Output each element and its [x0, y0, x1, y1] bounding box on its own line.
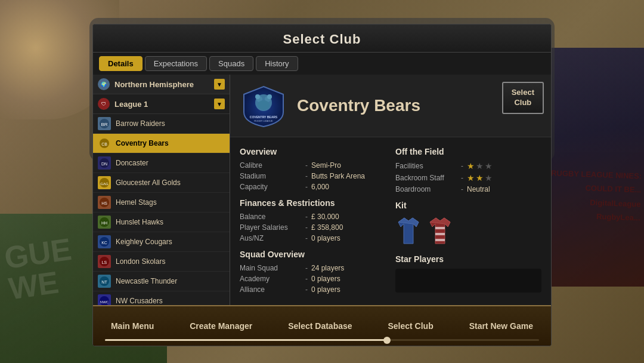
balance-label: Balance [240, 213, 305, 221]
club-badge-doncaster: DN [98, 156, 111, 170]
stadium-label: Stadium [240, 172, 305, 180]
nav-start-new-game[interactable]: Start New Game [460, 316, 543, 336]
club-item-barrow[interactable]: BR Barrow Raiders [93, 114, 230, 134]
club-item-keighley[interactable]: KC Keighley Cougars [93, 232, 230, 252]
star-1: ★ [467, 161, 475, 171]
alliance-row: Alliance - 0 players [240, 285, 386, 294]
tab-squads[interactable]: Squads [209, 56, 253, 71]
club-name-keighley: Keighley Cougars [116, 238, 172, 246]
backroom-row: Backroom Staff - ★ ★ ★ [395, 173, 541, 183]
club-name-newcastle: Newcastle Thunder [116, 277, 177, 285]
hemisphere-label: Northern Hemisphere [114, 80, 214, 89]
squad-title: Squad Overview [240, 250, 386, 259]
club-item-doncaster[interactable]: DN Doncaster [93, 153, 230, 173]
svg-point-39 [267, 94, 272, 99]
league-filter[interactable]: 🛡 League 1 ▼ [93, 94, 230, 114]
stadium-value: Butts Park Arena [311, 172, 365, 180]
main-content: 🌍 Northern Hemisphere ▼ 🛡 League 1 ▼ BR … [93, 75, 551, 336]
calibre-row: Calibre - Semi-Pro [240, 161, 386, 170]
club-item-newcastle[interactable]: NT Newcastle Thunder [93, 272, 230, 291]
academy-row: Academy - 0 players [240, 275, 386, 283]
globe-icon: 🌍 [98, 78, 110, 90]
home-kit [395, 215, 422, 245]
progress-fill [105, 339, 387, 341]
svg-point-35 [258, 100, 270, 110]
svg-text:DN: DN [101, 162, 107, 166]
star-players-empty [395, 269, 541, 293]
capacity-value: 6,000 [311, 183, 329, 191]
progress-track [105, 339, 539, 341]
hemisphere-filter[interactable]: 🌍 Northern Hemisphere ▼ [93, 75, 230, 94]
main-squad-label: Main Squad [240, 264, 305, 272]
window-title: Select Club [93, 32, 551, 47]
boardroom-label: Boardroom [395, 185, 461, 193]
facilities-row: Facilities - ★ ★ ★ [395, 161, 541, 171]
svg-text:NT: NT [101, 280, 107, 284]
main-squad-row: Main Squad - 24 players [240, 264, 386, 272]
select-club-button[interactable]: SelectClub [502, 82, 544, 114]
star-2: ★ [476, 161, 484, 171]
league-dropdown-arrow[interactable]: ▼ [214, 99, 225, 109]
club-name-doncaster: Doncaster [116, 159, 148, 167]
club-item-london[interactable]: LS London Skolars [93, 252, 230, 272]
nav-create-manager[interactable]: Create Manager [180, 316, 262, 336]
star-b1: ★ [467, 173, 475, 183]
svg-text:BR: BR [101, 122, 107, 127]
salaries-label: Player Salaries [240, 223, 305, 232]
club-name-london: London Skolars [116, 257, 165, 266]
kit-title: Kit [395, 201, 541, 210]
svg-point-38 [255, 94, 260, 99]
club-item-coventry[interactable]: CB Coventry Bears [93, 134, 230, 153]
league-icon: 🛡 [98, 98, 110, 110]
svg-text:CB: CB [101, 142, 107, 146]
ausnz-row: Aus/NZ - 0 players [240, 234, 386, 242]
club-item-gloucester[interactable]: GAG Gloucester All Golds [93, 173, 230, 193]
hemisphere-dropdown-arrow[interactable]: ▼ [214, 79, 225, 90]
club-list: BR Barrow Raiders CB Coventry Bears DN D… [93, 114, 230, 336]
progress-thumb[interactable] [383, 337, 391, 344]
club-badge-gloucester: GAG [98, 176, 111, 189]
details-grid: Overview Calibre - Semi-Pro Stadium - Bu… [240, 144, 541, 296]
salaries-row: Player Salaries - £ 358,800 [240, 223, 386, 232]
svg-text:LS: LS [102, 260, 107, 264]
club-badge-newcastle: NT [98, 275, 111, 288]
finances-title: Finances & Restrictions [240, 198, 386, 208]
club-logo-large: COVENTRY BEARS RUGBY LEAGUE [240, 82, 287, 130]
club-name-nw-crusaders: NW Crusaders [116, 297, 163, 305]
boardroom-value: Neutral [467, 185, 490, 193]
capacity-label: Capacity [240, 183, 305, 191]
club-badge-london: LS [98, 255, 111, 268]
club-item-hunslet[interactable]: HH Hunslet Hawks [93, 213, 230, 232]
ausnz-value: 0 players [311, 234, 340, 242]
academy-label: Academy [240, 275, 305, 283]
club-detail-panel: COVENTRY BEARS RUGBY LEAGUE Coventry Bea… [230, 75, 551, 336]
salaries-value: £ 358,800 [311, 223, 343, 232]
game-window: Select Club Details Expectations Squads … [92, 24, 552, 346]
club-badge-coventry: CB [98, 137, 111, 150]
backroom-label: Backroom Staff [395, 174, 461, 182]
star-players-title: Star Players [395, 254, 541, 264]
progress-bar-area [93, 339, 551, 341]
nav-select-database[interactable]: Select Database [278, 316, 361, 336]
alliance-label: Alliance [240, 285, 305, 294]
tab-history[interactable]: History [256, 56, 298, 71]
away-kit [427, 215, 454, 245]
svg-text:HH: HH [101, 221, 107, 225]
stadium-row: Stadium - Butts Park Arena [240, 172, 386, 180]
club-item-hemel[interactable]: HS Hemel Stags [93, 193, 230, 213]
svg-text:GAG: GAG [100, 182, 109, 186]
capacity-row: Capacity - 6,000 [240, 183, 386, 191]
club-name-coventry: Coventry Bears [116, 139, 169, 147]
svg-rect-46 [435, 239, 445, 241]
balance-value: £ 30,000 [311, 213, 339, 221]
off-field-title: Off the Field [395, 147, 541, 156]
nav-main-menu[interactable]: Main Menu [101, 316, 163, 336]
facilities-stars: ★ ★ ★ [467, 161, 493, 171]
svg-text:HS: HS [101, 201, 107, 205]
tab-expectations[interactable]: Expectations [145, 56, 207, 71]
academy-value: 0 players [311, 275, 340, 283]
club-name-hunslet: Hunslet Hawks [116, 218, 163, 226]
club-list-panel: 🌍 Northern Hemisphere ▼ 🛡 League 1 ▼ BR … [93, 75, 230, 336]
tab-details[interactable]: Details [99, 56, 143, 71]
nav-select-club[interactable]: Select Club [378, 316, 442, 336]
